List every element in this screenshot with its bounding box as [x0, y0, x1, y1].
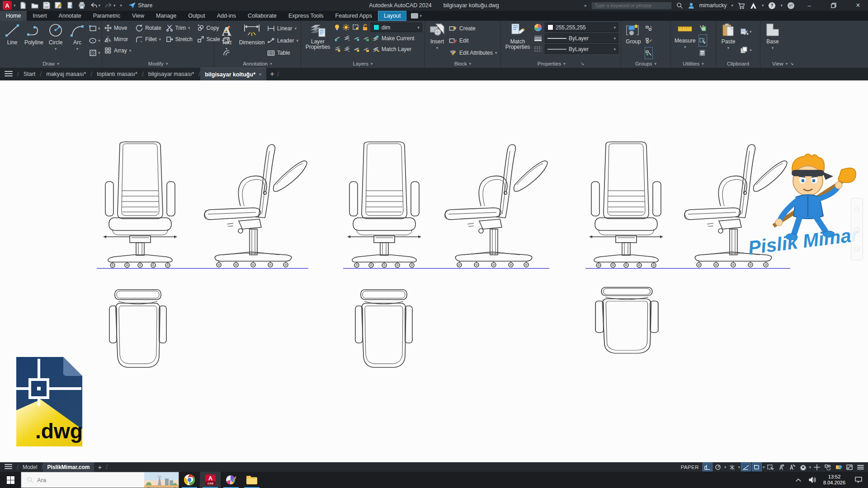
clean-screen-button[interactable]	[844, 463, 854, 471]
taskbar-chrome-button[interactable]	[179, 472, 200, 488]
ribbon-tab-express-tools[interactable]: Express Tools	[283, 11, 330, 21]
ribbon-tab-parametric[interactable]: Parametric	[87, 11, 126, 21]
help-search-input[interactable]	[591, 2, 672, 9]
ribbon-tab-home[interactable]: Home	[0, 11, 27, 21]
paste-flyout-caret[interactable]: ▾	[727, 45, 730, 51]
create-block-button[interactable]: Create	[449, 23, 498, 34]
new-file-button[interactable]	[19, 2, 27, 9]
text-tool[interactable]: A Text▾	[217, 22, 236, 59]
fillet-tool[interactable]: Fillet▾	[136, 33, 161, 45]
panel-footer-view[interactable]: View▾↘	[760, 59, 868, 68]
color-wheel-icon[interactable]	[534, 23, 542, 32]
ribbon-tab-insert[interactable]: Insert	[27, 11, 52, 21]
edit-block-button[interactable]: Edit	[449, 35, 498, 46]
stretch-tool[interactable]: Stretch	[166, 33, 193, 45]
layer-off-icon[interactable]	[334, 35, 341, 42]
base-flyout-caret[interactable]: ▾	[772, 45, 774, 51]
quick-select-button[interactable]	[699, 23, 707, 34]
save-button[interactable]	[43, 2, 50, 9]
zoom-tool-icon[interactable]	[854, 206, 861, 213]
plot-button[interactable]	[66, 2, 74, 9]
autodesk-logo-icon[interactable]	[750, 2, 757, 9]
model-tab[interactable]: Model	[19, 462, 42, 472]
qat-customize-caret-icon[interactable]: ▾	[120, 3, 123, 8]
circle-tool[interactable]: Circle▾	[46, 22, 66, 59]
view-dialog-launcher[interactable]: ↘	[790, 61, 793, 66]
crosshair-button[interactable]	[812, 463, 822, 471]
file-tabs-menu-button[interactable]	[0, 70, 17, 78]
move-tool[interactable]: Move	[104, 22, 131, 33]
status-menu-button[interactable]	[855, 463, 865, 471]
search-expand-icon[interactable]: ▸	[585, 3, 587, 8]
grid-toggle[interactable]	[703, 463, 712, 471]
print-button[interactable]	[78, 2, 85, 9]
share-button[interactable]: Share	[128, 2, 152, 9]
file-tab-bilgisayar-koltugu[interactable]: bilgisayar koltuğu*×	[200, 68, 266, 80]
navigation-bar[interactable]	[851, 198, 863, 260]
layer-freeze-icon[interactable]	[353, 35, 360, 42]
file-tab-bilgisayar-masasi[interactable]: bilgisayar masası*	[144, 68, 198, 80]
panel-footer-draw[interactable]: Draw▾	[0, 59, 102, 68]
isodraft-toggle[interactable]	[727, 463, 737, 471]
user-menu-caret-icon[interactable]: ▾	[731, 3, 733, 8]
redo-button[interactable]: ▾	[105, 2, 116, 9]
layer-unlock-icon[interactable]	[362, 24, 368, 31]
base-view-button[interactable]: Base▾	[763, 22, 783, 59]
search-highlight-image[interactable]	[144, 472, 179, 488]
taskbar-autocad-button[interactable]: ACAD	[200, 472, 221, 488]
undo-button[interactable]: ▾	[90, 2, 101, 9]
taskbar-paint3d-button[interactable]	[221, 472, 241, 488]
insert-block-button[interactable]: Insert▾	[427, 22, 447, 59]
taskbar-clock[interactable]: 13:52 8.04.2026	[820, 474, 849, 486]
layout-menu-button[interactable]	[0, 464, 17, 471]
layer-freeze-sun-icon[interactable]	[343, 24, 349, 31]
new-layout-button[interactable]: +	[94, 462, 106, 472]
panel-footer-modify[interactable]: Modify▾	[102, 59, 214, 68]
gear-caret[interactable]: ▾	[809, 465, 811, 469]
drawing-canvas[interactable]: Pislik Mimar .dwg	[0, 80, 868, 462]
pan-tool-icon[interactable]	[854, 225, 861, 233]
object-snap-toggle[interactable]	[752, 463, 762, 471]
help-menu-caret-icon[interactable]: ▾	[780, 3, 783, 8]
minimize-button[interactable]: –	[799, 0, 819, 11]
layer-lock-icon[interactable]	[363, 35, 369, 42]
layer-unlock2-icon[interactable]	[363, 46, 369, 52]
line-tool[interactable]: Line	[2, 22, 22, 59]
file-tab-makyaj-masasi[interactable]: makyaj masası*	[42, 68, 90, 80]
autodesk-menu-caret-icon[interactable]: ▾	[762, 3, 764, 8]
username-label[interactable]: mimarlucky	[699, 2, 727, 9]
user-icon[interactable]	[688, 2, 695, 9]
autocad-app-icon[interactable]: A	[3, 1, 12, 10]
feedback-icon[interactable]	[787, 2, 795, 9]
app-menu-caret-icon[interactable]: ▾	[14, 3, 16, 8]
close-tab-icon[interactable]: ×	[259, 71, 262, 78]
osnap-caret[interactable]: ▾	[763, 465, 765, 469]
ribbon-tab-layout[interactable]: Layout	[378, 11, 407, 21]
app-store-cart-icon[interactable]	[738, 2, 745, 9]
match-layer-button[interactable]: Match Layer	[372, 44, 411, 54]
measure-button[interactable]: Measure▾	[673, 22, 697, 59]
text-flyout-caret[interactable]: ▾	[226, 46, 228, 52]
linear-dimension-tool[interactable]: Linear▾	[267, 23, 298, 34]
table-tool[interactable]: Table	[267, 47, 298, 59]
leader-tool[interactable]: Leader▾	[267, 35, 298, 46]
panel-footer-utilities[interactable]: Utilities▾	[671, 59, 716, 68]
hatch-tool[interactable]: ▾	[89, 47, 100, 59]
dynamic-ucs-toggle[interactable]	[776, 463, 786, 471]
layer-merge-icon[interactable]	[344, 46, 350, 52]
trim-tool[interactable]: Trim▾	[166, 22, 193, 33]
taskbar-file-explorer-button[interactable]	[241, 472, 262, 488]
group-edit-button[interactable]	[645, 35, 652, 46]
panel-footer-block[interactable]: Block▾	[425, 59, 500, 68]
layer-properties-button[interactable]: Layer Properties	[303, 22, 332, 59]
paste-button[interactable]: Paste▾	[718, 22, 738, 59]
snap-caret[interactable]: ▾	[724, 465, 726, 469]
group-button[interactable]: Group	[623, 22, 643, 59]
ellipse-tool[interactable]: ▾	[89, 35, 100, 46]
restore-button[interactable]	[824, 0, 844, 11]
isolate-objects-button[interactable]	[823, 463, 833, 471]
array-tool[interactable]: Array▾	[104, 45, 131, 56]
lineweight-dropdown[interactable]: ByLayer ▾	[545, 33, 618, 43]
arc-flyout-caret[interactable]: ▾	[76, 46, 79, 52]
measure-flyout-caret[interactable]: ▾	[684, 44, 686, 50]
